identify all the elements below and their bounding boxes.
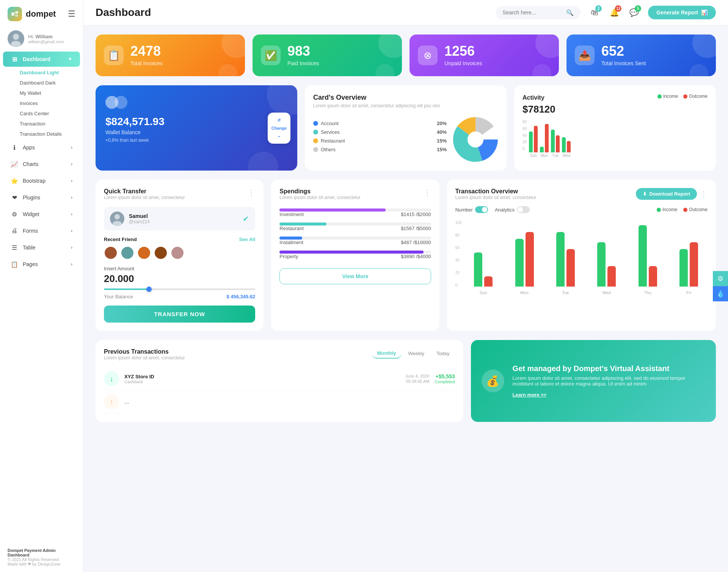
download-report-button[interactable]: ⬇ Download Report xyxy=(636,188,697,200)
sidebar-item-charts[interactable]: 📈 Charts › xyxy=(3,157,80,172)
chart-icon: 📊 xyxy=(701,9,708,16)
chevron-right-icon: › xyxy=(71,212,72,217)
change-button[interactable]: ↺ Change ⌄ xyxy=(268,113,290,144)
spendings-header: Spendings Lorem ipsum dolor sit amet, co… xyxy=(279,188,431,207)
amount-slider[interactable] xyxy=(104,288,255,290)
card-ov-others: Others 15% xyxy=(313,147,447,152)
tx-amount: +$5,553 xyxy=(435,373,455,379)
more-options-icon[interactable]: ⋮ xyxy=(248,188,255,197)
recipient-handle: @sam224 xyxy=(129,219,150,224)
transfer-now-button[interactable]: TRANSFER NOW xyxy=(104,306,255,323)
bar-wed: Wed xyxy=(588,242,625,295)
stat-cards-row: 📋 2478 Total Invoices ✅ 983 Paid Invoice… xyxy=(96,34,716,76)
cards-overview: Card's Overview Lorem ipsum dolor sit am… xyxy=(305,85,507,171)
analytics-toggle-group: Analytics xyxy=(495,206,530,213)
header: Dashboard 🔍 🛍 2 🔔 12 💬 5 Generate Report… xyxy=(83,0,728,25)
friend-avatar-1 xyxy=(104,246,118,260)
generate-report-button[interactable]: Generate Report 📊 xyxy=(648,6,716,19)
analytics-toggle[interactable] xyxy=(517,206,530,213)
tx-info-2: … xyxy=(124,399,455,405)
svg-rect-1 xyxy=(15,11,18,14)
sidebar-item-widget[interactable]: ⚙ Widget › xyxy=(3,207,80,222)
slider-fill xyxy=(104,288,149,290)
cart-button[interactable]: 🛍 2 xyxy=(587,5,602,20)
tx-title: Transaction Overview xyxy=(455,188,536,195)
friend-avatar-2 xyxy=(121,246,134,260)
sidebar-sub-transaction[interactable]: Transaction xyxy=(15,119,83,129)
sidebar-item-bootstrap[interactable]: ⭐ Bootstrap › xyxy=(3,173,80,188)
sidebar-item-table[interactable]: ☰ Table › xyxy=(3,240,80,255)
palette-float-button[interactable]: 💧 xyxy=(713,286,728,301)
number-toggle-group: Number xyxy=(455,206,488,213)
unpaid-invoices-number: 1256 xyxy=(444,44,482,58)
number-toggle[interactable] xyxy=(475,206,488,213)
tx-type: Cashback xyxy=(124,379,400,384)
table-row: ↓ XYZ Store ID Cashback June 4, 2020 05:… xyxy=(104,367,455,390)
spending-label: Property xyxy=(279,254,298,259)
spending-amount: $3890 /$4000 xyxy=(401,254,431,259)
search-icon: 🔍 xyxy=(566,9,574,16)
chevron-right-icon: › xyxy=(71,228,72,234)
tx-status: Completed xyxy=(435,379,455,384)
apps-icon: ℹ xyxy=(11,144,18,151)
wallet-label: Wallet Balance xyxy=(105,129,287,135)
settings-float-button[interactable]: ⚙ xyxy=(713,271,728,286)
sidebar-sub-invoices[interactable]: Invoices xyxy=(15,98,83,108)
notification-button[interactable]: 🔔 12 xyxy=(607,5,621,20)
chat-button[interactable]: 💬 5 xyxy=(627,5,641,20)
tx-name: XYZ Store ID xyxy=(124,374,400,379)
slider-thumb xyxy=(146,287,152,292)
search-box[interactable]: 🔍 xyxy=(496,6,581,19)
main-content: Dashboard 🔍 🛍 2 🔔 12 💬 5 Generate Report… xyxy=(83,0,728,572)
tx-name-2: … xyxy=(124,399,455,405)
tx-icon-upload: ↑ xyxy=(104,394,119,409)
activity-bar-chart: Sun Mon xyxy=(529,127,571,158)
sidebar-sub-transaction-details[interactable]: Transaction Details xyxy=(15,129,83,139)
see-all-link[interactable]: See All xyxy=(239,237,255,242)
amount-slider-row xyxy=(104,288,255,290)
sidebar-item-label: Pages xyxy=(23,261,38,267)
more-options-icon[interactable]: ⋮ xyxy=(700,190,708,199)
tab-today[interactable]: Today xyxy=(431,348,455,359)
sidebar-sub-my-wallet[interactable]: My Wallet xyxy=(15,88,83,98)
hamburger-icon[interactable]: ☰ xyxy=(68,9,75,19)
sidebar-item-plugins[interactable]: ❤ Plugins › xyxy=(3,190,80,205)
search-input[interactable] xyxy=(502,9,563,16)
tx-bar-chart: Sun Mon xyxy=(464,227,708,295)
gear-icon: ⚙ xyxy=(717,274,723,283)
sidebar-item-forms[interactable]: 🖨 Forms › xyxy=(3,223,80,238)
analytics-toggle-label: Analytics xyxy=(495,207,515,213)
sidebar-sub-dashboard-dark[interactable]: Dashboard Dark xyxy=(15,78,83,88)
paid-invoices-icon: ✅ xyxy=(261,45,281,65)
chevron-right-icon: › xyxy=(71,195,72,200)
sidebar-sub-dashboard-light[interactable]: Dashboard Light xyxy=(15,67,83,78)
tx-time: 05:34:45 AM xyxy=(406,379,430,384)
bar-label-tue: Tue xyxy=(562,290,569,295)
view-more-button[interactable]: View More xyxy=(279,268,431,284)
sidebar-item-apps[interactable]: ℹ Apps › xyxy=(3,140,80,155)
recent-friend-row: Recent Friend See All xyxy=(104,237,255,242)
tab-monthly[interactable]: Monthly xyxy=(372,348,402,359)
more-options-icon[interactable]: ⋮ xyxy=(424,188,431,197)
bar-label-fri: Fri xyxy=(686,290,691,295)
sidebar-item-label: Bootstrap xyxy=(23,178,46,184)
forms-icon: 🖨 xyxy=(11,227,18,235)
va-icon: 💰 xyxy=(482,370,504,392)
va-learn-more-link[interactable]: Learn more >> xyxy=(513,392,547,398)
spending-label: Installment xyxy=(279,240,303,245)
sidebar-item-dashboard[interactable]: ⊞ Dashboard ▼ xyxy=(3,52,80,67)
logo-icon xyxy=(8,7,22,21)
sidebar-item-label: Charts xyxy=(23,161,38,167)
recipient-info: Samuel @sam224 xyxy=(129,213,150,224)
table-icon: ☰ xyxy=(11,244,18,251)
sidebar-sub-cards-center[interactable]: Cards Center xyxy=(15,108,83,119)
total-sent-icon: 📤 xyxy=(575,45,595,65)
sidebar-item-pages[interactable]: 📋 Pages › xyxy=(3,257,80,272)
friend-avatar-5 xyxy=(171,246,184,260)
card-ov-services: Services 40% xyxy=(313,129,447,135)
qt-recipient: Samuel @sam224 ✔ xyxy=(104,207,255,230)
previous-transactions-card: Previous Transactions Lorem ipsum dolor … xyxy=(96,340,463,422)
balance-value: $ 456,345.62 xyxy=(226,294,255,299)
tab-weekly[interactable]: Weekly xyxy=(403,348,430,359)
number-toggle-label: Number xyxy=(455,207,473,213)
